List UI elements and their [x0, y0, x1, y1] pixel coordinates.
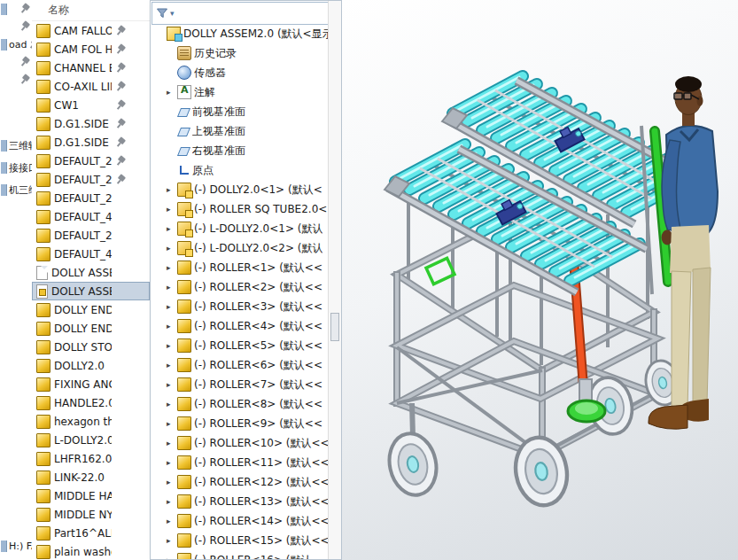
file-list-item[interactable]: plain washer 10 — [32, 542, 150, 560]
file-list-item[interactable]: DOLLY ASSEM2 — [32, 263, 150, 282]
file-list-item[interactable]: CHANNEL BOLT — [32, 58, 150, 77]
expand-arrow-icon[interactable]: ▸ — [167, 302, 175, 311]
feature-tree-item[interactable]: ▸ 右视基准面 — [151, 141, 329, 160]
feature-tree-item[interactable]: ▸ (-) ROLLER<11> (默认<< — [151, 453, 329, 472]
expand-arrow-icon[interactable]: ▸ — [167, 205, 175, 214]
feature-tree-item[interactable]: ▸ (-) ROLLER SQ TUBE2.0< — [151, 199, 329, 219]
expand-arrow-icon[interactable]: ▸ — [167, 478, 175, 486]
file-list-item[interactable]: DEFAULT_42.0 — [32, 245, 150, 263]
pin-icon[interactable] — [113, 153, 127, 167]
expand-arrow-icon[interactable]: ▸ — [167, 458, 175, 467]
expand-arrow-icon[interactable]: ▸ — [167, 439, 175, 447]
feature-tree-item[interactable]: ▸ (-) ROLLER<5> (默认<< — [151, 336, 329, 355]
pinned-file-row[interactable] — [0, 0, 32, 18]
feature-tree-item[interactable]: ▸ 原点 — [151, 160, 329, 180]
file-list-item[interactable]: DEFAULT_4-12.0 — [32, 207, 150, 226]
feature-tree-item[interactable]: ▸ DOLLY ASSEM2.0 (默认<显示 — [151, 24, 329, 43]
pinned-file-row[interactable] — [0, 18, 32, 35]
file-list-item[interactable]: D.G1.SIDE ANG — [32, 114, 150, 133]
pinned-file-row[interactable] — [0, 71, 32, 89]
feature-tree-item[interactable]: ▸ (-) ROLLER<10> (默认<< — [151, 433, 329, 453]
pinned-file-row[interactable] — [0, 53, 32, 71]
feature-tree-item[interactable]: ▸ (-) ROLLER<3> (默认<< — [151, 297, 329, 316]
file-list-item[interactable]: CAM FOL HOLD — [32, 40, 150, 58]
file-list-item[interactable]: DOLLY ASSEM2 — [32, 282, 150, 300]
file-list-item[interactable]: HANDLE2.0 — [32, 393, 150, 412]
file-list-item[interactable]: LHFR162.0 — [32, 449, 150, 468]
file-list-item[interactable]: DEFAULT_2-32.0 — [32, 189, 150, 207]
expand-arrow-icon[interactable]: ▸ — [167, 497, 175, 506]
expand-arrow-icon[interactable]: ▸ — [167, 419, 175, 428]
file-list-item[interactable]: D.G1.SIDE ANG — [32, 133, 150, 152]
feature-tree-item[interactable]: ▸ (-) ROLLER<8> (默认<< — [151, 394, 329, 414]
expand-arrow-icon[interactable]: ▸ — [167, 224, 175, 233]
expand-arrow-icon[interactable]: ▸ — [167, 341, 175, 350]
file-list-item[interactable]: MIDDLE HANDL — [32, 486, 150, 505]
feature-tree-item[interactable]: ▸ (-) ROLLER<9> (默认<< — [151, 414, 329, 433]
feature-tree-item[interactable]: ▸ (-) ROLLER<2> (默认<< — [151, 277, 329, 297]
filter-input[interactable] — [176, 6, 324, 20]
feature-tree-item[interactable]: ▸ (-) ROLLER<16> (默认 — [151, 550, 329, 559]
file-list-item[interactable]: DEFAULT_2-12.0 — [32, 152, 150, 170]
file-list-item[interactable]: MIDDLE NYLON — [32, 505, 150, 524]
file-list-item[interactable]: CO-AXIL LINK2 — [32, 77, 150, 96]
feature-tree-item[interactable]: ▸ (-) DOLLY2.0<1> (默认< — [151, 180, 329, 199]
caster-wheels[interactable] — [384, 357, 683, 509]
file-list-item[interactable]: Part16^ALIGEN — [32, 524, 150, 542]
expand-arrow-icon[interactable]: ▸ — [167, 536, 175, 545]
file-list-item[interactable]: CAM FALLOWE — [32, 21, 150, 40]
file-list-item[interactable]: LINK-22.0 — [32, 468, 150, 486]
expand-arrow-icon[interactable]: ▸ — [167, 263, 175, 272]
feature-tree-item[interactable]: ▸ (-) ROLLER<12> (默认<< — [151, 472, 329, 492]
pin-icon[interactable] — [17, 2, 31, 16]
feature-tree-item[interactable]: ▸ (-) ROLLER<4> (默认<< — [151, 316, 329, 336]
file-list-item[interactable]: DOLLY STOPPR — [32, 338, 150, 356]
feature-tree-item[interactable]: ▸ (-) ROLLER<15> (默认<< — [151, 531, 329, 550]
chevron-down-icon[interactable]: ▾ — [170, 9, 175, 18]
expand-arrow-icon[interactable]: ▸ — [167, 88, 175, 97]
green-end-plate[interactable] — [426, 258, 454, 284]
feature-tree-item[interactable]: ▸ 传感器 — [151, 63, 329, 82]
feature-tree-item[interactable]: ▸ 前视基准面 — [151, 102, 329, 121]
expand-arrow-icon[interactable]: ▸ — [167, 361, 175, 369]
pin-icon[interactable] — [113, 23, 127, 37]
file-list-item[interactable]: CW1 — [32, 96, 150, 114]
pin-icon[interactable] — [113, 60, 127, 74]
file-list-item[interactable]: L-DOLLY2.0 — [32, 431, 150, 449]
scrollbar-thumb[interactable] — [330, 313, 339, 341]
clipped-file-row[interactable]: 接接口 — [0, 157, 32, 179]
expand-arrow-icon[interactable]: ▸ — [167, 517, 175, 525]
feature-tree-item[interactable]: ▸ (-) ROLLER<7> (默认<< — [151, 375, 329, 394]
pin-icon[interactable] — [113, 42, 127, 56]
feature-tree-item[interactable]: ▸ (-) L-DOLLY2.0<2> (默认 — [151, 238, 329, 258]
pin-icon[interactable] — [113, 172, 127, 186]
pin-icon[interactable] — [113, 116, 127, 130]
pinned-file-row[interactable]: oad — [0, 35, 32, 53]
expand-arrow-icon[interactable]: ▸ — [167, 400, 175, 408]
pin-icon[interactable] — [17, 73, 31, 87]
graphics-viewport[interactable] — [342, 0, 738, 560]
feature-tree-item[interactable]: ▸ 历史记录 — [151, 43, 329, 63]
expand-arrow-icon[interactable]: ▸ — [167, 380, 175, 389]
clipped-file-row[interactable]: H:) FAS — [1, 541, 33, 552]
feature-tree-item[interactable]: ▸ (-) ROLLER<13> (默认<< — [151, 492, 329, 511]
clipped-file-row[interactable]: 机三维 — [0, 179, 32, 201]
expand-arrow-icon[interactable]: ▸ — [167, 322, 175, 331]
pin-icon[interactable] — [113, 135, 127, 149]
pin-icon[interactable] — [17, 19, 31, 34]
feature-tree-item[interactable]: ▸ (-) ROLLER<14> (默认<< — [151, 511, 329, 531]
file-list-item[interactable]: FIXING ANGLE — [32, 375, 150, 393]
expand-arrow-icon[interactable]: ▸ — [167, 556, 175, 559]
scrollbar[interactable] — [328, 1, 341, 559]
column-header-name[interactable]: 名称 — [32, 0, 150, 21]
expand-arrow-icon[interactable]: ▸ — [167, 283, 175, 292]
file-list-item[interactable]: hexagon thin nu — [32, 412, 150, 431]
file-list-item[interactable]: DOLLY END NY — [32, 300, 150, 319]
file-list-item[interactable]: DOLLY2.0 — [32, 356, 150, 375]
expand-arrow-icon[interactable]: ▸ — [167, 185, 175, 194]
file-list-item[interactable]: DOLLY END STO — [32, 319, 150, 338]
filter-funnel-icon[interactable] — [156, 7, 168, 19]
feature-tree-item[interactable]: ▸ (-) L-DOLLY2.0<1> (默认 — [151, 219, 329, 238]
expand-arrow-icon[interactable]: ▸ — [167, 244, 175, 253]
feature-tree-item[interactable]: ▸ 注解 — [151, 82, 329, 102]
